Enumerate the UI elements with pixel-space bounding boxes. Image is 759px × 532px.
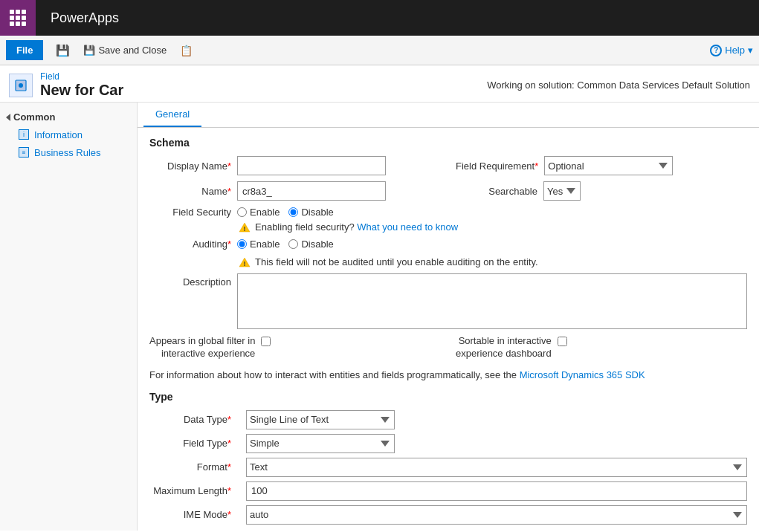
information-icon: i	[18, 129, 30, 140]
ime-mode-label: IME Mode*	[149, 509, 231, 520]
warning-icon-1: !	[239, 221, 251, 233]
help-area[interactable]: ? Help ▾	[710, 45, 753, 56]
save-close-icon: 💾	[83, 45, 95, 56]
auditing-label: Auditing*	[149, 239, 231, 250]
tab-bar: General	[138, 103, 759, 128]
max-length-row: Maximum Length*	[149, 481, 747, 501]
field-security-label: Field Security	[149, 207, 231, 218]
sortable-label: Sortable in interactiveexperience dashbo…	[456, 335, 552, 360]
help-icon: ?	[710, 45, 722, 56]
auditing-row: Auditing* Enable Disable	[149, 239, 747, 250]
auditing-disable-option[interactable]: Disable	[288, 239, 333, 250]
save-button[interactable]: 💾	[49, 40, 77, 61]
save-close-button[interactable]: 💾 Save and Close	[77, 41, 173, 59]
sub-header: Field New for Car Working on solution: C…	[0, 65, 759, 103]
data-type-label: Data Type*	[149, 414, 231, 425]
field-type-label: Field Type*	[149, 438, 231, 449]
field-type-select-wrap: Simple Calculated Rollup	[246, 434, 395, 453]
sidebar-item-business-rules[interactable]: ≡ Business Rules	[0, 143, 137, 161]
breadcrumb-link[interactable]: Field	[40, 71, 123, 82]
appears-label: Appears in global filter ininteractive e…	[149, 335, 255, 360]
format-select[interactable]: Text Email URL Phone Ticker Symbol	[246, 458, 747, 477]
appears-checkbox[interactable]	[261, 337, 271, 346]
sidebar-section-label: Common	[13, 111, 55, 123]
description-row: Description	[149, 273, 747, 329]
auditing-warning-row: ! This field will not be audited until y…	[149, 256, 747, 267]
svg-text:!: !	[244, 260, 246, 267]
ime-mode-select[interactable]: auto active inactive disabled	[246, 505, 747, 525]
warning-icon-2: !	[239, 256, 251, 267]
field-security-disable-option[interactable]: Disable	[288, 207, 333, 218]
searchable-label: Searchable	[456, 186, 537, 197]
auditing-enable-radio[interactable]	[237, 239, 247, 249]
help-label: Help	[725, 45, 745, 56]
format-label: Format*	[149, 461, 231, 473]
sub-header-left: Field New for Car	[9, 71, 123, 99]
sidebar-common-section[interactable]: Common	[0, 108, 137, 126]
extra-toolbar-button[interactable]: 📋	[173, 41, 199, 60]
ime-mode-select-wrap: auto active inactive disabled	[246, 505, 747, 525]
name-label: Name*	[149, 186, 231, 197]
toolbar: File 💾 💾 Save and Close 📋 ? Help ▾	[0, 36, 759, 65]
name-input[interactable]	[237, 181, 386, 201]
auditing-group: Auditing* Enable Disable	[149, 239, 747, 250]
ime-mode-row: IME Mode* auto active inactive disabled	[149, 505, 747, 525]
field-security-enable-option[interactable]: Enable	[237, 207, 280, 218]
max-length-input[interactable]	[246, 481, 747, 501]
description-group: Description	[149, 273, 747, 329]
sdk-link[interactable]: Microsoft Dynamics 365 SDK	[520, 369, 645, 380]
waffle-icon	[10, 10, 26, 26]
data-type-select[interactable]: Single Line of Text Whole Number Decimal…	[246, 410, 395, 429]
info-link-prefix: For information about how to interact wi…	[149, 369, 517, 380]
field-type-select[interactable]: Simple Calculated Rollup	[246, 434, 395, 453]
display-name-row: Display Name* Field Requirement* Optiona…	[149, 156, 747, 175]
searchable-select[interactable]: Yes No	[543, 181, 581, 201]
app-header: PowerApps	[0, 0, 759, 36]
collapse-icon	[6, 114, 10, 121]
searchable-group: Searchable Yes No	[456, 181, 747, 201]
help-dropdown-icon: ▾	[748, 45, 753, 56]
field-security-warning-text: Enabling field security? What you need t…	[255, 221, 458, 233]
content-area: General Schema Display Name* Field Requi…	[138, 103, 759, 531]
app-title: PowerApps	[36, 10, 134, 26]
auditing-enable-option[interactable]: Enable	[237, 239, 280, 250]
description-label: Description	[149, 273, 231, 288]
auditing-warning-text: This field will not be audited until you…	[255, 256, 538, 267]
field-security-disable-radio[interactable]	[288, 207, 298, 217]
tab-general[interactable]: General	[143, 103, 201, 127]
display-name-input[interactable]	[237, 156, 386, 175]
rules-icon: ≡	[18, 146, 30, 158]
max-length-label: Maximum Length*	[149, 485, 231, 496]
auditing-radio-group: Enable Disable	[237, 239, 747, 250]
name-row: Name* Searchable Yes No	[149, 181, 747, 201]
data-type-select-wrap: Single Line of Text Whole Number Decimal…	[246, 410, 395, 429]
type-section: Type Data Type* Single Line of Text Whol…	[149, 391, 747, 525]
field-requirement-select[interactable]: Optional Business Recommended Business R…	[544, 156, 673, 175]
file-button[interactable]: File	[6, 40, 43, 60]
description-textarea[interactable]	[237, 273, 747, 329]
field-security-link[interactable]: What you need to know	[357, 221, 458, 233]
field-security-warning-row: ! Enabling field security? What you need…	[149, 221, 747, 233]
display-name-label: Display Name*	[149, 160, 231, 172]
field-security-row: Field Security Enable Disable	[149, 207, 747, 218]
sidebar-item-information-label: Information	[34, 129, 83, 140]
breadcrumb-area: Field New for Car	[40, 71, 123, 99]
entity-title: New for Car	[40, 82, 123, 99]
field-type-row: Field Type* Simple Calculated Rollup	[149, 434, 747, 453]
auditing-disable-radio[interactable]	[288, 239, 298, 249]
sortable-checkbox[interactable]	[558, 337, 567, 346]
field-security-group: Field Security Enable Disable	[149, 207, 747, 218]
main-layout: Common i Information ≡ Business Rules Ge…	[0, 103, 759, 531]
data-type-row: Data Type* Single Line of Text Whole Num…	[149, 410, 747, 429]
field-requirement-label: Field Requirement*	[456, 160, 538, 172]
sidebar-item-information[interactable]: i Information	[0, 126, 137, 143]
field-security-enable-radio[interactable]	[237, 207, 247, 217]
schema-title: Schema	[149, 137, 747, 149]
type-title: Type	[149, 391, 747, 403]
info-link-row: For information about how to interact wi…	[149, 365, 747, 388]
svg-text:!: !	[244, 225, 246, 233]
save-icon: 💾	[56, 44, 70, 57]
svg-point-1	[19, 83, 23, 88]
app-waffle-button[interactable]	[0, 0, 36, 36]
sidebar: Common i Information ≡ Business Rules	[0, 103, 138, 531]
